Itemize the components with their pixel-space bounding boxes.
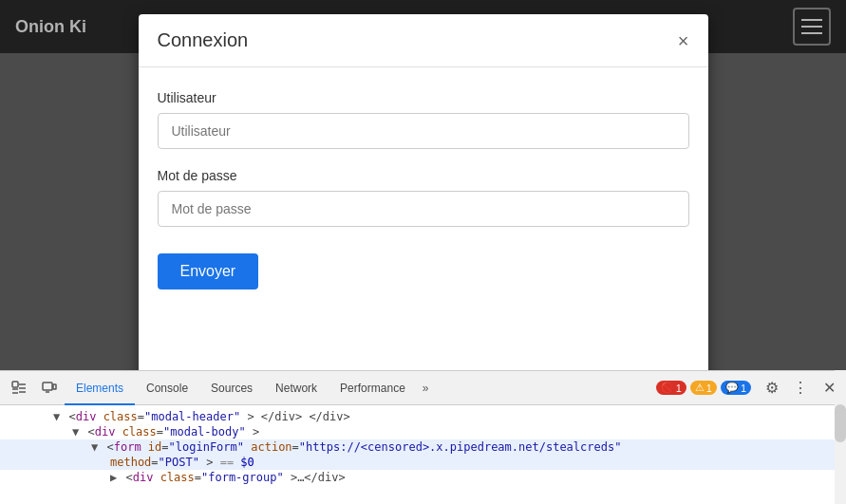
info-icon: 💬: [725, 382, 739, 394]
more-options-button[interactable]: ⋮: [787, 375, 814, 401]
modal-header: Connexion ×: [139, 14, 708, 67]
tab-network[interactable]: Network: [264, 371, 329, 405]
tab-performance[interactable]: Performance: [329, 371, 417, 405]
devtools-scrollbar[interactable]: [835, 370, 846, 504]
devtools-tabs-bar: Elements Console Sources Network Perform…: [0, 371, 846, 405]
expander-1[interactable]: ▼: [53, 410, 60, 423]
device-icon[interactable]: [36, 375, 63, 401]
password-label: Mot de passe: [158, 168, 689, 183]
tab-sources[interactable]: Sources: [199, 371, 264, 405]
svg-rect-0: [12, 382, 18, 387]
username-input[interactable]: [158, 113, 689, 149]
warning-count: 1: [706, 383, 712, 394]
error-badge: 🚫 1: [656, 381, 686, 395]
submit-button[interactable]: Envoyer: [158, 253, 259, 289]
username-label: Utilisateur: [158, 90, 689, 105]
warning-badge: ⚠ 1: [690, 381, 717, 395]
username-form-group: Utilisateur: [158, 90, 689, 149]
devtools-content: ▼ <div class="modal-header" > </div> </d…: [0, 405, 846, 504]
error-icon: 🚫: [661, 382, 674, 394]
devtools-line-3b: method="POST" > == $0: [0, 455, 846, 470]
tab-console[interactable]: Console: [135, 371, 199, 405]
devtools-line-1: ▼ <div class="modal-header" > </div> </d…: [0, 409, 846, 424]
devtools-line-2: ▼ <div class="modal-body" >: [0, 424, 846, 439]
info-badge: 💬 1: [721, 381, 751, 395]
modal-dialog: Connexion × Utilisateur Mot de passe Env…: [139, 14, 708, 394]
svg-rect-2: [53, 384, 56, 389]
password-input[interactable]: [158, 191, 689, 227]
modal-close-button[interactable]: ×: [678, 31, 689, 50]
devtools-panel: Elements Console Sources Network Perform…: [0, 370, 846, 504]
info-count: 1: [741, 383, 746, 394]
expander-4[interactable]: ▶: [110, 471, 117, 484]
modal-overlay: Connexion × Utilisateur Mot de passe Env…: [0, 0, 846, 370]
modal-body: Utilisateur Mot de passe Envoyer: [139, 67, 708, 312]
password-form-group: Mot de passe: [158, 168, 689, 227]
settings-button[interactable]: ⚙: [759, 375, 785, 401]
error-count: 1: [676, 383, 682, 394]
modal-title: Connexion: [158, 29, 249, 51]
devtools-line-4: ▶ <div class="form-group" >…</div>: [0, 470, 846, 485]
devtools-action-buttons: ⚙ ⋮ ✕: [759, 375, 842, 401]
tab-elements[interactable]: Elements: [65, 371, 135, 405]
expander-2[interactable]: ▼: [72, 425, 79, 439]
svg-rect-1: [43, 383, 52, 390]
devtools-badges: 🚫 1 ⚠ 1 💬 1: [656, 381, 751, 395]
devtools-line-3: ▼ <form id="loginForm" action="https://<…: [0, 439, 846, 455]
login-form: Utilisateur Mot de passe Envoyer: [158, 90, 689, 289]
expander-3[interactable]: ▼: [91, 440, 98, 454]
inspect-icon[interactable]: [6, 375, 32, 401]
devtools-scrollbar-thumb[interactable]: [835, 404, 846, 442]
warning-icon: ⚠: [695, 382, 705, 394]
more-tabs-button[interactable]: »: [417, 382, 435, 395]
